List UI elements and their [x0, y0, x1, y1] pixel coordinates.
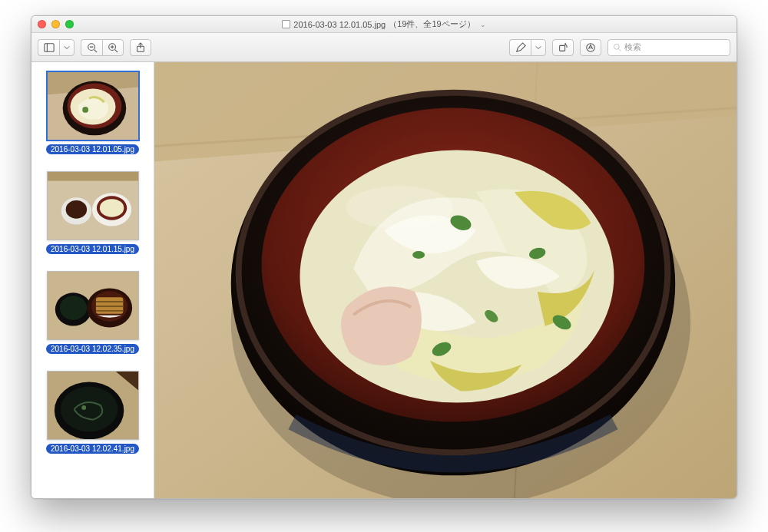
svg-line-6: [115, 49, 118, 52]
view-dropdown-button[interactable]: [59, 39, 74, 56]
window-controls: [31, 20, 74, 28]
main-viewer[interactable]: [154, 62, 737, 498]
view-mode-group: [38, 39, 74, 56]
thumbnail-label: 2016-03-03 12.01.15.jpg: [46, 244, 139, 254]
thumbnail-label: 2016-03-03 12.01.05.jpg: [46, 144, 139, 154]
zoom-out-button[interactable]: [81, 39, 102, 56]
fullscreen-window-button[interactable]: [65, 20, 74, 28]
thumbnail-image: [47, 271, 139, 340]
chevron-down-icon[interactable]: ⌄: [480, 21, 486, 28]
edit-button[interactable]: [509, 39, 531, 56]
titlebar: 2016-03-03 12.01.05.jpg （19件、全19ページ） ⌄: [31, 16, 737, 33]
thumbnail-image: [47, 71, 139, 140]
chevron-down-icon: [64, 45, 70, 51]
svg-rect-22: [48, 172, 138, 181]
markup-icon: [585, 42, 596, 53]
main-image: [154, 62, 737, 498]
zoom-out-icon: [87, 42, 98, 53]
svg-point-40: [60, 386, 118, 431]
edit-dropdown-button[interactable]: [531, 39, 546, 56]
search-icon: [613, 43, 621, 51]
sidebar-toggle-button[interactable]: [38, 39, 59, 56]
sidebar-icon: [44, 42, 55, 53]
svg-point-24: [65, 200, 87, 219]
svg-point-57: [346, 186, 453, 229]
search-field[interactable]: 検索: [607, 39, 730, 56]
share-button[interactable]: [130, 39, 151, 56]
svg-point-55: [412, 251, 425, 259]
zoom-group: [81, 39, 124, 56]
search-placeholder: 検索: [624, 41, 641, 53]
rotate-icon: [558, 42, 568, 53]
thumbnail-image: [47, 371, 139, 440]
svg-rect-0: [44, 43, 53, 51]
svg-rect-11: [560, 45, 565, 51]
share-icon: [135, 42, 146, 53]
close-window-button[interactable]: [38, 20, 46, 28]
svg-point-41: [81, 405, 86, 410]
file-icon: [282, 20, 290, 28]
svg-point-20: [82, 107, 88, 113]
thumbnail-image: [47, 171, 139, 240]
title-meta: （19件、全19ページ）: [389, 18, 475, 30]
svg-line-3: [94, 49, 97, 52]
toolbar: 検索: [31, 33, 737, 62]
zoom-in-icon: [108, 42, 118, 53]
rotate-button[interactable]: [552, 39, 574, 56]
pencil-icon: [515, 42, 526, 53]
thumbnail-item[interactable]: 2016-03-03 12.02.41.jpg: [38, 371, 147, 457]
title-filename: 2016-03-03 12.01.05.jpg: [293, 20, 386, 29]
zoom-in-button[interactable]: [102, 39, 124, 56]
thumbnail-item[interactable]: 2016-03-03 12.01.05.jpg: [38, 71, 147, 157]
markup-button[interactable]: [580, 39, 601, 56]
svg-point-30: [59, 296, 86, 319]
svg-point-13: [614, 44, 619, 49]
thumbnail-item[interactable]: 2016-03-03 12.02.35.jpg: [38, 271, 147, 357]
chevron-down-icon: [535, 45, 541, 51]
preview-window: 2016-03-03 12.01.05.jpg （19件、全19ページ） ⌄: [31, 15, 737, 499]
edit-group: [509, 39, 546, 56]
minimize-window-button[interactable]: [51, 20, 60, 28]
thumbnail-label: 2016-03-03 12.02.35.jpg: [46, 344, 139, 354]
svg-point-27: [99, 199, 123, 217]
window-title: 2016-03-03 12.01.05.jpg （19件、全19ページ） ⌄: [31, 18, 737, 30]
thumbnail-sidebar[interactable]: 2016-03-03 12.01.05.jpg 2016-03-03 12.01…: [31, 62, 154, 498]
thumbnail-item[interactable]: 2016-03-03 12.01.15.jpg: [38, 171, 147, 257]
thumbnail-label: 2016-03-03 12.02.41.jpg: [46, 444, 139, 454]
content-area: 2016-03-03 12.01.05.jpg 2016-03-03 12.01…: [31, 62, 737, 498]
svg-line-14: [619, 49, 621, 51]
